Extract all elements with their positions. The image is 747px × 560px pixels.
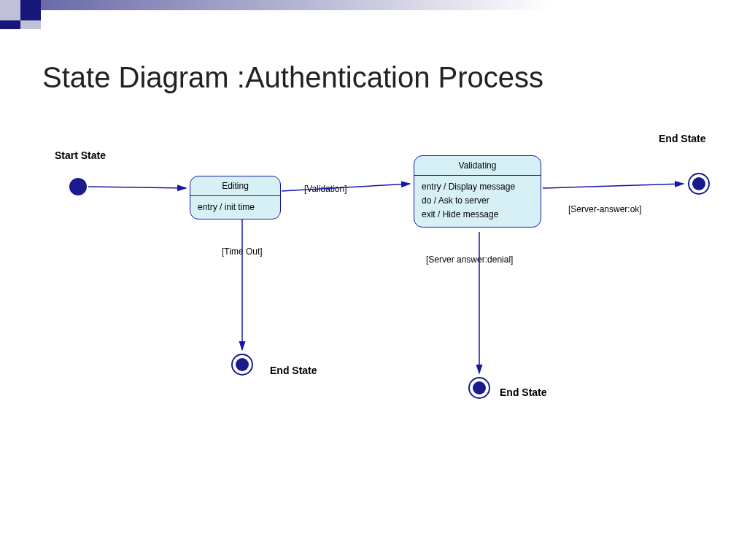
transition-timeout-label: [Time Out] xyxy=(222,246,263,257)
end-node-ok-ring xyxy=(689,174,709,194)
arrow-start-to-editing xyxy=(88,187,186,188)
state-validating-do: do / Ask to server xyxy=(422,194,533,208)
arrow-ok xyxy=(543,184,684,188)
state-validating: Validating entry / Display message do / … xyxy=(414,155,541,228)
end-state-label-bottomleft: End State xyxy=(270,365,317,376)
end-node-timeout-dot xyxy=(236,358,249,371)
diagram-svg xyxy=(0,0,747,560)
start-state-label: Start State xyxy=(55,149,106,161)
state-validating-entry: entry / Display message xyxy=(422,180,533,194)
end-node-timeout-ring xyxy=(232,354,252,375)
transition-validation-label: [Validation] xyxy=(304,184,347,194)
state-editing-title: Editing xyxy=(190,176,280,196)
start-node-icon xyxy=(69,178,87,195)
state-validating-title: Validating xyxy=(414,156,541,176)
end-state-label-bottomcenter: End State xyxy=(500,386,547,398)
state-editing-entry: entry / init time xyxy=(198,201,273,214)
end-node-denial-dot xyxy=(473,381,486,394)
transition-denial-label: [Server answer:denial] xyxy=(426,254,513,265)
end-node-ok-dot xyxy=(692,177,705,190)
transition-ok-label: [Server-answer:ok] xyxy=(568,204,642,214)
end-state-label-topright: End State xyxy=(659,133,706,144)
state-diagram: Start State End State End State End Stat… xyxy=(0,0,747,560)
state-validating-exit: exit / Hide message xyxy=(422,208,533,222)
end-node-denial-ring xyxy=(469,378,489,398)
state-editing: Editing entry / init time xyxy=(190,176,281,219)
